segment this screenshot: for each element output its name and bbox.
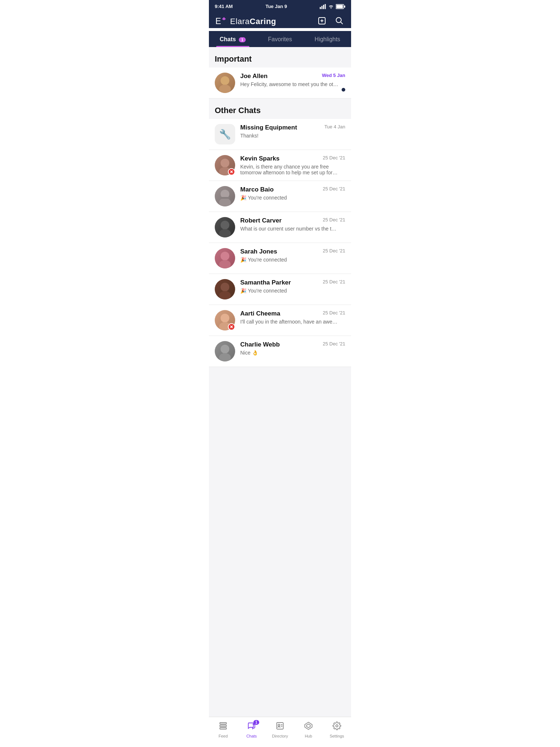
chat-top-marco: Marco Baio 25 Dec '21: [240, 186, 345, 193]
chat-item-sarah-jones[interactable]: Sarah Jones 25 Dec '21 🎉 You're connecte…: [209, 243, 351, 274]
svg-point-22: [222, 190, 228, 197]
svg-point-31: [219, 291, 231, 299]
chat-item-aarti-cheema[interactable]: Aarti Cheema 25 Dec '21 I'll call you in…: [209, 305, 351, 336]
avatar-joe: [215, 73, 235, 93]
chat-item-charlie-webb[interactable]: Charlie Webb 25 Dec '21 Nice 👌: [209, 336, 351, 367]
chat-time-missing-equipment: Tue 4 Jan: [324, 124, 345, 129]
avatar-wrap-aarti: [215, 310, 235, 330]
chat-top-sarah: Sarah Jones 25 Dec '21: [240, 248, 345, 255]
tab-chats[interactable]: Chats 1: [209, 31, 256, 47]
tab-favorites[interactable]: Favorites: [256, 31, 304, 47]
bottom-nav: Feed 1 Chats Directory: [209, 717, 351, 721]
signal-icon: [320, 4, 326, 9]
svg-point-35: [222, 314, 228, 321]
wifi-icon: [328, 4, 334, 9]
avatar-face-samantha: [215, 279, 235, 299]
chat-body-marco: Marco Baio 25 Dec '21 🎉 You're connected: [240, 186, 345, 201]
chat-time-sarah: 25 Dec '21: [323, 248, 345, 253]
chat-preview-charlie: Nice 👌: [240, 350, 339, 356]
status-date: Tue Jan 9: [265, 4, 287, 9]
avatar-robert: [215, 217, 235, 237]
svg-rect-1: [321, 6, 322, 9]
svg-point-25: [219, 229, 231, 237]
avatar-badge-aarti: [228, 323, 235, 330]
avatar-wrap-samantha: [215, 279, 235, 299]
other-chats-section-header: Other Chats: [209, 98, 351, 119]
svg-rect-3: [324, 4, 326, 9]
tab-bar: Chats 1 Favorites Highlights: [209, 31, 351, 47]
chat-body-joe: Joe Allen Wed 5 Jan Hey Felicity, awesom…: [240, 73, 345, 87]
app-logo: E ElaraCaring: [215, 15, 276, 28]
chat-item-samantha-parker[interactable]: Samantha Parker 25 Dec '21 🎉 You're conn…: [209, 274, 351, 305]
avatar-wrap-kevin: [215, 155, 235, 175]
chat-preview-samantha: 🎉 You're connected: [240, 288, 339, 294]
chat-item-kevin-sparks[interactable]: Kevin Sparks 25 Dec '21 Kevin, is there …: [209, 150, 351, 181]
chat-item-missing-equipment[interactable]: 🔧 Missing Equipment Tue 4 Jan Thanks!: [209, 119, 351, 150]
chat-preview-sarah: 🎉 You're connected: [240, 257, 339, 263]
status-icons: [320, 4, 345, 9]
chat-name-missing-equipment: Missing Equipment: [240, 124, 297, 131]
chat-name-kevin: Kevin Sparks: [240, 155, 280, 162]
svg-point-39: [219, 353, 231, 361]
important-chat-list: Joe Allen Wed 5 Jan Hey Felicity, awesom…: [209, 67, 351, 98]
svg-point-13: [219, 85, 231, 93]
nav-directory[interactable]: Directory: [266, 720, 294, 721]
chat-top-aarti: Aarti Cheema 25 Dec '21: [240, 310, 345, 317]
nav-feed[interactable]: Feed: [209, 720, 237, 721]
other-chats-list: 🔧 Missing Equipment Tue 4 Jan Thanks!: [209, 119, 351, 367]
svg-rect-2: [323, 5, 324, 9]
chat-top-robert: Robert Carver 25 Dec '21: [240, 217, 345, 224]
chat-time-marco: 25 Dec '21: [323, 186, 345, 191]
chat-time-charlie: 25 Dec '21: [323, 341, 345, 347]
svg-point-32: [222, 283, 228, 290]
chat-item-marco-baio[interactable]: Marco Baio 25 Dec '21 🎉 You're connected: [209, 181, 351, 212]
avatar-face-marco: [215, 186, 235, 206]
compose-button[interactable]: [316, 15, 328, 28]
avatar-missing-equipment: 🔧: [215, 124, 235, 144]
chat-name-aarti: Aarti Cheema: [240, 310, 280, 317]
chat-body-aarti: Aarti Cheema 25 Dec '21 I'll call you in…: [240, 310, 345, 325]
avatar-face-sarah: [215, 248, 235, 268]
svg-point-28: [219, 260, 231, 268]
important-title: Important: [215, 54, 252, 63]
chat-item-robert-carver[interactable]: Robert Carver 25 Dec '21 What is our cur…: [209, 212, 351, 243]
svg-point-14: [222, 77, 228, 83]
other-chats-title: Other Chats: [215, 106, 261, 115]
chats-badge: 1: [253, 720, 259, 721]
svg-point-10: [336, 18, 341, 23]
unread-dot-joe: [342, 88, 345, 92]
logo-icon: E: [215, 15, 228, 28]
avatar-wrap-marco: [215, 186, 235, 206]
avatar-wrap-charlie: [215, 341, 235, 361]
battery-icon: [336, 4, 345, 9]
main-content: Important Joe Allen Wed 5 Jan Hey Fel: [209, 47, 351, 721]
chat-body-samantha: Samantha Parker 25 Dec '21 🎉 You're conn…: [240, 279, 345, 294]
compose-icon: [318, 16, 326, 25]
avatar-wrap-robert: [215, 217, 235, 237]
chat-name-joe: Joe Allen: [240, 73, 268, 80]
svg-rect-0: [320, 7, 321, 9]
chat-name-charlie: Charlie Webb: [240, 341, 280, 348]
tab-highlights[interactable]: Highlights: [304, 31, 351, 47]
nav-hub[interactable]: Hub: [294, 720, 323, 721]
chat-preview-robert: What is our current user number vs the t…: [240, 226, 339, 232]
search-button[interactable]: [334, 15, 345, 28]
chat-item-joe-allen[interactable]: Joe Allen Wed 5 Jan Hey Felicity, awesom…: [209, 67, 351, 98]
chat-top-samantha: Samantha Parker 25 Dec '21: [240, 279, 345, 286]
app-header: E ElaraCaring: [209, 12, 351, 28]
chat-name-marco: Marco Baio: [240, 186, 274, 193]
tab-highlights-label: Highlights: [315, 36, 340, 42]
avatar-wrap-joe: [215, 73, 235, 93]
svg-point-21: [219, 198, 231, 206]
svg-rect-6: [344, 5, 345, 8]
nav-settings[interactable]: Settings: [323, 720, 351, 721]
chat-name-samantha: Samantha Parker: [240, 279, 291, 286]
tab-chats-badge: 1: [239, 37, 245, 42]
chat-time-aarti: 25 Dec '21: [323, 310, 345, 316]
header-actions: [316, 15, 345, 28]
chat-time-robert: 25 Dec '21: [323, 217, 345, 222]
nav-chats[interactable]: 1 Chats: [237, 720, 266, 721]
chat-body-charlie: Charlie Webb 25 Dec '21 Nice 👌: [240, 341, 345, 356]
chat-top-charlie: Charlie Webb 25 Dec '21: [240, 341, 345, 348]
chat-body-robert: Robert Carver 25 Dec '21 What is our cur…: [240, 217, 345, 232]
